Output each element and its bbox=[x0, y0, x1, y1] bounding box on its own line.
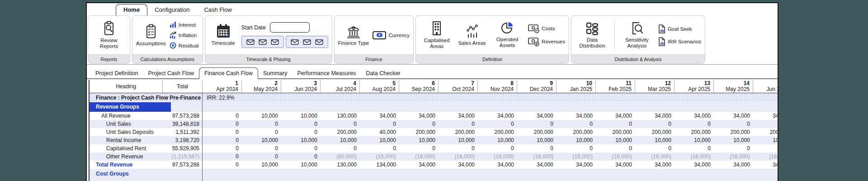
cell-sep-2024[interactable]: 34,000 bbox=[399, 161, 439, 169]
cell-mar-2025[interactable]: 0 bbox=[635, 120, 675, 128]
cell[interactable] bbox=[557, 102, 596, 112]
timescale-button[interactable]: Timescale bbox=[209, 24, 238, 46]
period-header-feb-2025[interactable]: 11Feb 2025 bbox=[596, 80, 635, 93]
cell-aug-2024[interactable]: (15,000) bbox=[360, 152, 399, 161]
cell-apr-2024[interactable]: 0 bbox=[203, 128, 242, 136]
row-label[interactable]: Total Revenue bbox=[90, 161, 163, 169]
total-cell[interactable]: 97,573,268 bbox=[163, 161, 203, 169]
cell-feb-2025[interactable]: 34,000 bbox=[596, 161, 635, 169]
revenues-button[interactable]: Revenues bbox=[528, 37, 565, 47]
costs-button[interactable]: Costs bbox=[528, 24, 565, 33]
period-header-may-2025[interactable]: 14May 2025 bbox=[714, 80, 753, 93]
data-distribution-button[interactable]: Data Distribution bbox=[575, 22, 609, 49]
cell-may-2024[interactable]: 10,000 bbox=[242, 136, 281, 144]
cell[interactable] bbox=[714, 169, 753, 181]
cell[interactable] bbox=[596, 102, 635, 112]
period-header-jan-2025[interactable]: 10Jan 2025 bbox=[557, 80, 596, 93]
sheet-tab-finance-cash-flow[interactable]: Finance Cash Flow bbox=[199, 67, 258, 79]
total-cell[interactable]: 55,929,905 bbox=[163, 144, 203, 152]
cell[interactable] bbox=[163, 169, 203, 181]
cell-feb-2025[interactable]: 10,000 bbox=[596, 136, 635, 144]
cell-jun-2025[interactable]: (16,000) bbox=[753, 152, 778, 161]
cell-sep-2024[interactable]: 0 bbox=[399, 120, 439, 128]
cell[interactable] bbox=[753, 169, 778, 181]
period-header-apr-2024[interactable]: 1Apr 2024 bbox=[203, 80, 242, 93]
cell-apr-2025[interactable]: (16,000) bbox=[675, 152, 714, 161]
cell-apr-2025[interactable]: 200,000 bbox=[675, 128, 714, 136]
sheet-tab-performance-measures[interactable]: Performance Measures bbox=[292, 68, 361, 78]
cell-apr-2024[interactable]: 0 bbox=[203, 144, 242, 152]
cell-sep-2024[interactable]: 200,000 bbox=[399, 128, 439, 136]
cell-oct-2024[interactable]: 34,000 bbox=[439, 161, 478, 169]
cell-jun-2024[interactable]: 10,000 bbox=[281, 136, 321, 144]
total-cell[interactable]: 1,511,392 bbox=[163, 128, 203, 136]
irr-scenarios-button[interactable]: IRR Scenarios bbox=[658, 37, 701, 46]
cell-may-2024[interactable]: 10,000 bbox=[242, 161, 281, 169]
period-header-aug-2024[interactable]: 5Aug 2024 bbox=[360, 80, 399, 93]
cell-jun-2025[interactable]: 0 bbox=[753, 120, 778, 128]
period-header-dec-2024[interactable]: 9Dec 2024 bbox=[517, 80, 557, 93]
cell[interactable] bbox=[242, 169, 281, 181]
period-header-sep-2024[interactable]: 6Sep 2024 bbox=[399, 80, 439, 93]
cell-jan-2025[interactable]: 0 bbox=[557, 120, 596, 128]
cell-dec-2024[interactable]: 200,000 bbox=[517, 128, 557, 136]
cell[interactable] bbox=[714, 102, 753, 112]
period-header-mar-2025[interactable]: 12Mar 2025 bbox=[635, 80, 675, 93]
cell[interactable] bbox=[281, 102, 321, 112]
ribbon-tab-home[interactable]: Home bbox=[116, 4, 147, 15]
row-label[interactable]: Unit Sales bbox=[90, 120, 163, 128]
cell-jun-2024[interactable]: 0 bbox=[281, 128, 321, 136]
interest-button[interactable]: Interest bbox=[170, 21, 199, 28]
phasing-envelope-box-1[interactable] bbox=[241, 36, 284, 48]
cell-nov-2024[interactable]: 10,000 bbox=[478, 136, 517, 144]
row-label[interactable]: Rental Income bbox=[90, 136, 163, 144]
cell-jun-2024[interactable]: 0 bbox=[281, 152, 321, 161]
cell-oct-2024[interactable]: 0 bbox=[439, 120, 478, 128]
cell-may-2025[interactable]: 0 bbox=[714, 120, 753, 128]
cell-jul-2024[interactable]: 0 bbox=[321, 120, 360, 128]
statement-title[interactable]: Finance : Project Cash Flow Pre-Finance bbox=[90, 93, 203, 102]
cell-sep-2024[interactable]: (16,000) bbox=[399, 152, 439, 161]
row-label[interactable]: All Revenue bbox=[90, 112, 163, 120]
cell-aug-2024[interactable]: 0 bbox=[360, 120, 399, 128]
capitalised-areas-button[interactable]: Capitalised Areas bbox=[420, 21, 454, 49]
cell-may-2024[interactable]: 10,000 bbox=[242, 112, 281, 120]
period-header-oct-2024[interactable]: 7Oct 2024 bbox=[439, 80, 478, 93]
cell[interactable] bbox=[635, 102, 675, 112]
row-label[interactable]: Unit Sales Deposits bbox=[90, 128, 163, 136]
total-cell[interactable]: 3,198,720 bbox=[163, 136, 203, 144]
cell[interactable] bbox=[360, 102, 399, 112]
cell-jun-2024[interactable]: 0 bbox=[281, 144, 321, 152]
cell-aug-2024[interactable]: 40,000 bbox=[360, 128, 399, 136]
cell-oct-2024[interactable]: 34,000 bbox=[439, 112, 478, 120]
cell-aug-2024[interactable]: 34,000 bbox=[360, 112, 399, 120]
cell[interactable] bbox=[439, 169, 478, 181]
cell-dec-2024[interactable]: 0 bbox=[517, 144, 557, 152]
cell-jul-2024[interactable]: 130,000 bbox=[321, 161, 360, 169]
period-header-nov-2024[interactable]: 8Nov 2024 bbox=[478, 80, 517, 93]
cell-jun-2024[interactable]: 10,000 bbox=[281, 112, 321, 120]
cell-nov-2024[interactable]: 0 bbox=[478, 120, 517, 128]
sheet-tab-project-definition[interactable]: Project Definition bbox=[90, 68, 143, 78]
cell-apr-2025[interactable]: 0 bbox=[675, 144, 714, 152]
ribbon-tab-configuration[interactable]: Configuration bbox=[147, 5, 197, 15]
cell[interactable] bbox=[478, 169, 517, 181]
cell-apr-2025[interactable]: 34,000 bbox=[675, 112, 714, 120]
sheet-tab-data-checker[interactable]: Data Checker bbox=[361, 68, 405, 78]
cell-may-2025[interactable]: 200,000 bbox=[714, 128, 753, 136]
cell[interactable] bbox=[478, 102, 517, 112]
irr-value[interactable]: IRR: 22.9% bbox=[203, 93, 234, 102]
cell[interactable] bbox=[635, 169, 675, 181]
cell-jun-2025[interactable]: 10,000 bbox=[753, 136, 778, 144]
cell-may-2025[interactable]: 10,000 bbox=[714, 136, 753, 144]
cell-jun-2025[interactable]: 34,000 bbox=[753, 112, 778, 120]
cell-may-2025[interactable]: 34,000 bbox=[714, 112, 753, 120]
cell[interactable] bbox=[517, 169, 557, 181]
cell-aug-2024[interactable]: 0 bbox=[360, 144, 399, 152]
cell-jul-2024[interactable]: (80,000) bbox=[321, 152, 360, 161]
cell-jan-2025[interactable]: 10,000 bbox=[557, 136, 596, 144]
cell-sep-2024[interactable]: 0 bbox=[399, 144, 439, 152]
period-header-apr-2025[interactable]: 13Apr 2025 bbox=[675, 80, 714, 93]
cell-apr-2024[interactable]: 0 bbox=[203, 112, 242, 120]
cell-feb-2025[interactable]: 0 bbox=[596, 144, 635, 152]
